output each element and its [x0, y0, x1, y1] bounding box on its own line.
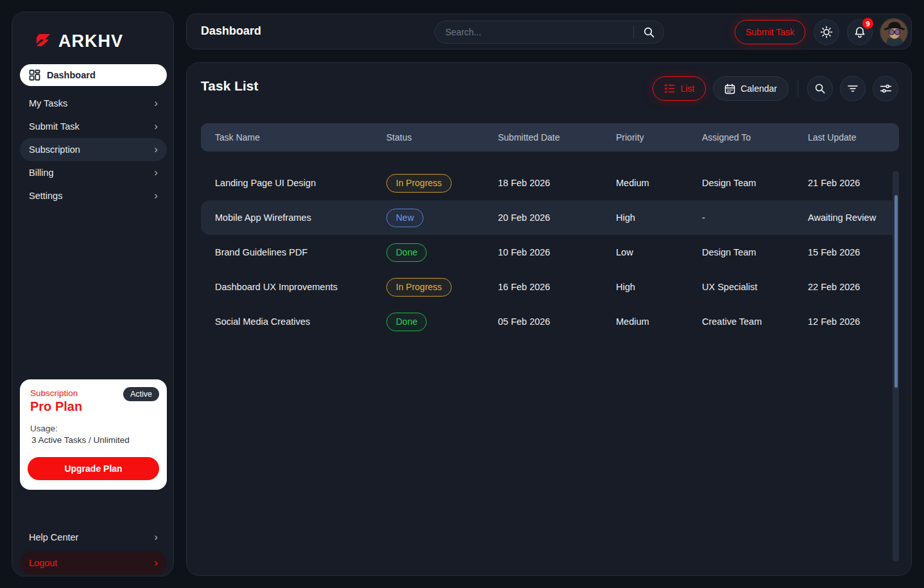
scrollbar-thumb[interactable] [894, 195, 898, 388]
user-avatar[interactable] [880, 18, 908, 46]
column-header: Assigned To [702, 132, 808, 143]
search-icon[interactable] [634, 21, 663, 43]
submitted-date-cell: 10 Feb 2026 [498, 247, 616, 257]
usage-label: Usage: [30, 424, 58, 433]
table-row[interactable]: Mobile App WireframesNew20 Feb 2026High-… [201, 200, 899, 235]
submitted-date-cell: 20 Feb 2026 [498, 212, 616, 223]
sidebar-item-settings[interactable]: Settings› [20, 184, 167, 207]
last-update-cell: 12 Feb 2026 [808, 316, 885, 327]
sidebar-item-my-tasks[interactable]: My Tasks› [20, 92, 167, 115]
sidebar-item-dashboard[interactable]: Dashboard [20, 64, 167, 86]
sidebar-item-subscription[interactable]: Subscription› [20, 138, 167, 161]
filter-button[interactable] [840, 76, 866, 101]
list-icon [664, 83, 675, 94]
assigned-to-cell: Creative Team [702, 316, 808, 327]
list-view-button[interactable]: List [653, 76, 706, 101]
sidebar-footer: Help Center›Logout› [20, 526, 167, 575]
assigned-to-cell: Design Team [702, 247, 808, 257]
chevron-right-icon: › [154, 97, 158, 110]
status-badge: New [386, 209, 424, 227]
column-header: Task Name [215, 132, 386, 143]
status-cell: Done [386, 243, 498, 262]
submitted-date-cell: 18 Feb 2026 [498, 178, 616, 188]
notifications-button[interactable]: 9 [847, 19, 873, 45]
status-badge: Done [386, 243, 427, 262]
sidebar-item-label: Billing [29, 168, 54, 178]
submitted-date-cell: 16 Feb 2026 [498, 282, 616, 292]
divider [798, 80, 798, 97]
plan-name: Pro Plan [30, 399, 82, 414]
priority-cell: Low [616, 247, 702, 257]
priority-cell: Medium [616, 316, 702, 327]
sidebar-item-billing[interactable]: Billing› [20, 161, 167, 184]
sun-icon [820, 26, 833, 39]
table-header: Task Name Status Submitted Date Priority… [201, 123, 899, 151]
submitted-date-cell: 05 Feb 2026 [498, 316, 616, 327]
sidebar-item-logout[interactable]: Logout› [20, 551, 167, 575]
sidebar: ARKHV Dashboard My Tasks›Submit Task›Sub… [12, 12, 174, 576]
status-cell: In Progress [386, 278, 498, 297]
brand-logo: ARKHV [33, 31, 123, 51]
table-search-button[interactable] [807, 76, 833, 101]
table-row[interactable]: Landing Page UI DesignIn Progress18 Feb … [201, 166, 899, 200]
sidebar-item-submit-task[interactable]: Submit Task› [20, 115, 167, 138]
submit-task-button[interactable]: Submit Task [735, 20, 805, 44]
table-body: Landing Page UI DesignIn Progress18 Feb … [201, 166, 899, 339]
assigned-to-cell: Design Team [702, 178, 808, 188]
last-update-cell: 21 Feb 2026 [808, 178, 885, 188]
dashboard-grid-icon [29, 69, 40, 81]
chevron-right-icon: › [154, 120, 158, 133]
last-update-cell: Awaiting Review [808, 212, 885, 223]
table-row[interactable]: Social Media CreativesDone05 Feb 2026Med… [201, 304, 899, 339]
sidebar-item-label: Settings [29, 191, 62, 201]
priority-cell: High [616, 212, 702, 223]
sidebar-nav: My Tasks›Submit Task›Subscription›Billin… [20, 92, 167, 207]
brand-logo-icon [33, 33, 55, 51]
status-cell: New [386, 209, 498, 227]
assigned-to-cell: UX Specialist [702, 282, 808, 292]
search-box [434, 21, 664, 44]
calendar-view-label: Calendar [740, 83, 777, 94]
status-badge: Done [386, 313, 427, 331]
sidebar-item-label: Help Center [29, 532, 78, 542]
sidebar-item-label: My Tasks [29, 98, 67, 108]
chevron-right-icon: › [154, 189, 158, 202]
assigned-to-cell: - [702, 212, 808, 223]
status-cell: Done [386, 313, 498, 331]
task-name-cell: Landing Page UI Design [215, 178, 386, 188]
status-badge: In Progress [386, 174, 452, 193]
table-row[interactable]: Brand Guidelines PDFDone10 Feb 2026LowDe… [201, 235, 899, 270]
settings-sliders-button[interactable] [873, 76, 898, 101]
search-input[interactable] [435, 27, 633, 37]
column-header: Status [386, 132, 498, 143]
status-cell: In Progress [386, 174, 498, 193]
table-row[interactable]: Dashboard UX ImprovementsIn Progress16 F… [201, 270, 899, 304]
status-badge: In Progress [386, 278, 452, 297]
sidebar-item-label: Logout [29, 558, 57, 568]
task-name-cell: Dashboard UX Improvements [215, 282, 386, 292]
calendar-view-button[interactable]: Calendar [713, 76, 789, 101]
view-controls: List Calendar [653, 76, 898, 101]
calendar-icon [724, 83, 735, 94]
chevron-right-icon: › [154, 143, 158, 156]
subscription-card: Subscription Active Pro Plan Usage: 3 Ac… [20, 379, 167, 490]
priority-cell: High [616, 282, 702, 292]
chevron-right-icon: › [154, 557, 158, 569]
sidebar-item-label: Subscription [29, 144, 80, 155]
search-icon [814, 83, 826, 94]
column-header: Last Update [808, 132, 885, 143]
upgrade-plan-button[interactable]: Upgrade Plan [28, 457, 159, 480]
filter-icon [847, 84, 859, 93]
topbar: Dashboard Submit Task 9 [186, 13, 912, 49]
scrollbar-track[interactable] [893, 171, 899, 562]
theme-toggle-button[interactable] [814, 19, 839, 45]
status-badge: Active [123, 387, 159, 401]
sidebar-item-label: Dashboard [47, 70, 96, 80]
notification-count-badge: 9 [862, 18, 873, 29]
chevron-right-icon: › [154, 166, 158, 179]
sidebar-item-label: Submit Task [29, 121, 80, 132]
sliders-icon [880, 83, 892, 94]
sidebar-item-help-center[interactable]: Help Center› [20, 526, 167, 549]
column-header: Submitted Date [498, 132, 616, 143]
task-list-panel: Task List List Calendar [186, 62, 912, 576]
